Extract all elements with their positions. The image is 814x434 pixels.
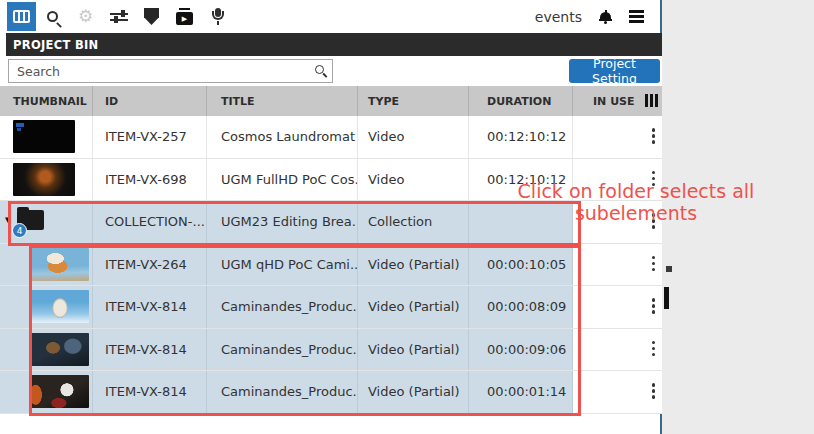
app-window: ⚙ ▶ events PROJECT BIN Project Setting xyxy=(0,0,662,434)
item-duration xyxy=(469,201,573,243)
in-use-cell xyxy=(573,116,662,158)
column-settings-icon[interactable] xyxy=(645,94,658,107)
item-id: ITEM-VX-698 xyxy=(93,159,207,201)
shield-tool-button[interactable] xyxy=(135,2,168,31)
video-thumbnail[interactable] xyxy=(31,248,89,281)
video-thumbnail[interactable] xyxy=(13,163,75,196)
row-menu-kebab-icon[interactable] xyxy=(652,213,656,229)
video-thumbnail[interactable] xyxy=(31,290,89,323)
sliders-icon xyxy=(110,10,128,24)
table-row-child[interactable]: ITEM-VX-264 UGM qHD PoC Cami... Video (P… xyxy=(0,244,662,287)
panel-title: PROJECT BIN xyxy=(13,38,98,52)
in-use-cell xyxy=(573,244,662,286)
item-title: UGM FullHD PoC Cos... xyxy=(207,159,358,201)
item-type: Video (Partial) xyxy=(358,329,469,371)
search-box xyxy=(8,59,333,83)
filters-tool-button[interactable] xyxy=(102,2,135,31)
column-header-duration[interactable]: DURATION xyxy=(469,86,573,116)
item-title: Cosmos Laundromat xyxy=(207,116,358,158)
panel-titlebar: PROJECT BIN xyxy=(6,33,662,56)
item-id: ITEM-VX-814 xyxy=(93,371,207,413)
item-duration: 00:12:10:12 xyxy=(469,116,573,158)
in-use-cell xyxy=(573,201,662,243)
column-header-id[interactable]: ID xyxy=(93,86,207,116)
project-bin-tool-button[interactable] xyxy=(7,2,36,31)
media-player-tool-button[interactable]: ▶ xyxy=(168,2,201,31)
workflow-tool-button-disabled: ⚙ xyxy=(69,2,102,31)
item-id: ITEM-VX-814 xyxy=(93,286,207,328)
item-duration: 00:12:10:12 xyxy=(469,159,573,201)
item-type: Video xyxy=(358,159,469,201)
item-type: Video (Partial) xyxy=(358,286,469,328)
search-tool-button[interactable] xyxy=(36,2,69,31)
item-id: COLLECTION-... xyxy=(93,201,207,243)
column-header-thumbnail[interactable]: THUMBNAIL xyxy=(0,86,93,116)
events-link[interactable]: events xyxy=(535,9,582,25)
item-duration: 00:00:08:09 xyxy=(469,286,573,328)
hamburger-menu-icon[interactable] xyxy=(629,10,644,23)
item-id: ITEM-VX-257 xyxy=(93,116,207,158)
search-row: Project Setting xyxy=(0,56,662,86)
column-header-type[interactable]: TYPE xyxy=(358,86,469,116)
media-player-icon: ▶ xyxy=(176,12,193,25)
collection-expand-arrow-icon[interactable]: ▾ xyxy=(5,214,11,225)
project-bin-icon xyxy=(13,10,30,23)
search-input-icon[interactable] xyxy=(315,65,324,74)
collection-count-badge: 4 xyxy=(12,223,27,238)
column-header-inuse[interactable]: IN USE xyxy=(573,86,662,116)
table-header: THUMBNAIL ID TITLE TYPE DURATION IN USE xyxy=(0,86,662,116)
row-menu-kebab-icon[interactable] xyxy=(652,383,656,399)
row-menu-kebab-icon[interactable] xyxy=(652,171,656,187)
table-row-child[interactable]: ITEM-VX-814 Caminandes_Produc... Video (… xyxy=(0,286,662,329)
item-title: Caminandes_Produc... xyxy=(207,286,358,328)
workflow-icon: ⚙ xyxy=(78,8,93,25)
item-type: Video (Partial) xyxy=(358,371,469,413)
item-duration: 00:00:10:05 xyxy=(469,244,573,286)
microphone-tool-button[interactable] xyxy=(201,2,234,31)
cursor-artifact xyxy=(666,266,672,272)
table-row-collection[interactable]: ▾ 4 COLLECTION-... UGM23 Editing Brea...… xyxy=(0,201,662,244)
item-title: UGM qHD PoC Cami... xyxy=(207,244,358,286)
search-icon xyxy=(47,11,58,22)
screen: ⚙ ▶ events PROJECT BIN Project Setting xyxy=(0,0,814,434)
microphone-icon xyxy=(211,8,225,25)
project-setting-button[interactable]: Project Setting xyxy=(569,59,660,83)
item-id: ITEM-VX-264 xyxy=(93,244,207,286)
item-type: Collection xyxy=(358,201,469,243)
scrollbar-thumb[interactable] xyxy=(664,287,669,309)
item-title: UGM23 Editing Brea... xyxy=(207,201,358,243)
in-use-cell xyxy=(573,329,662,371)
shield-icon xyxy=(144,8,159,25)
top-toolbar: ⚙ ▶ events xyxy=(0,0,660,33)
desktop-background xyxy=(664,0,814,434)
row-menu-kebab-icon[interactable] xyxy=(652,256,656,272)
row-menu-kebab-icon[interactable] xyxy=(652,341,656,357)
video-thumbnail[interactable] xyxy=(13,120,75,153)
item-duration: 00:00:09:06 xyxy=(469,329,573,371)
item-id: ITEM-VX-814 xyxy=(93,329,207,371)
row-menu-kebab-icon[interactable] xyxy=(652,128,656,144)
item-title: Caminandes_Produc... xyxy=(207,329,358,371)
notifications-bell-icon[interactable] xyxy=(599,10,612,24)
item-type: Video (Partial) xyxy=(358,244,469,286)
table-row-child[interactable]: ITEM-VX-814 Caminandes_Produc... Video (… xyxy=(0,371,662,414)
table-body: ITEM-VX-257 Cosmos Laundromat Video 00:1… xyxy=(0,116,662,414)
item-type: Video xyxy=(358,116,469,158)
video-thumbnail[interactable] xyxy=(31,333,89,366)
table-row[interactable]: ITEM-VX-698 UGM FullHD PoC Cos... Video … xyxy=(0,159,662,202)
item-title: Caminandes_Produc... xyxy=(207,371,358,413)
in-use-cell xyxy=(573,159,662,201)
table-row[interactable]: ITEM-VX-257 Cosmos Laundromat Video 00:1… xyxy=(0,116,662,159)
row-menu-kebab-icon[interactable] xyxy=(652,298,656,314)
in-use-cell xyxy=(573,286,662,328)
column-header-title[interactable]: TITLE xyxy=(207,86,358,116)
item-duration: 00:00:01:14 xyxy=(469,371,573,413)
video-thumbnail[interactable] xyxy=(31,375,89,408)
in-use-cell xyxy=(573,371,662,413)
table-row-child[interactable]: ITEM-VX-814 Caminandes_Produc... Video (… xyxy=(0,329,662,372)
search-input[interactable] xyxy=(9,60,332,82)
